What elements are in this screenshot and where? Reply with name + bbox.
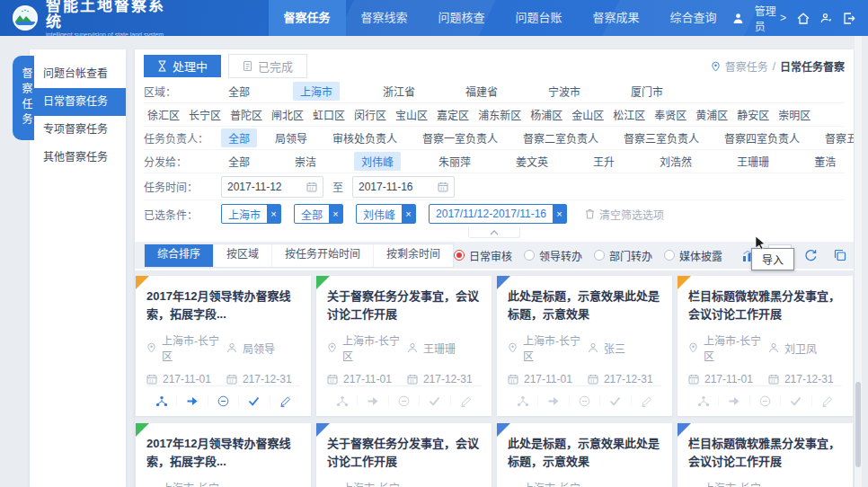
filter-option[interactable]: 督察五室负责人 (818, 128, 854, 147)
filter-option[interactable]: 局领导 (268, 128, 314, 147)
task-card[interactable]: 此处是标题，示意效果此处是标题，示意效果上海市-长宁区张三217-11-0121… (497, 276, 672, 416)
filter-option[interactable]: 全部 (221, 82, 257, 101)
forward-icon[interactable] (357, 396, 387, 406)
task-card[interactable]: 关于督察任务分发事宜，会议讨论工作开展上海市-长宁区王珊珊217-11-0121… (316, 423, 492, 487)
filter-option[interactable]: 普陀区 (226, 105, 266, 124)
radio-option[interactable]: 领导转办 (524, 248, 582, 263)
task-card[interactable]: 关于督察任务分发事宜，会议讨论工作开展上海市-长宁区王珊珊217-11-0121… (316, 276, 492, 416)
filter-option[interactable]: 宝山区 (392, 105, 431, 124)
filter-option[interactable]: 全部 (221, 152, 257, 171)
forward-icon[interactable] (537, 396, 568, 406)
tab-processing[interactable]: 处理中 (144, 55, 221, 77)
calendar-icon[interactable] (306, 182, 317, 192)
filter-option[interactable]: 崇明区 (775, 105, 814, 124)
filter-option[interactable]: 宁波市 (541, 82, 588, 101)
sort-tab[interactable]: 按任务开始时间 (272, 244, 374, 267)
sidebar-vertical-tab[interactable]: 督察任务 (13, 56, 34, 140)
nav-item[interactable]: 督察成果 (578, 0, 655, 36)
filter-option[interactable]: 厦门市 (624, 82, 670, 101)
task-card[interactable]: 2017年12月领导转办督察线索，拓展字段...上海市-长宁区局领导217-11… (136, 276, 311, 416)
filter-option[interactable]: 全部 (221, 128, 257, 147)
radio-option[interactable]: 媒体披露 (664, 248, 722, 263)
filter-option[interactable]: 刘浩然 (652, 152, 699, 171)
tab-done[interactable]: 已完成 (228, 54, 307, 78)
nav-item[interactable]: 督察线索 (346, 0, 423, 36)
filter-option[interactable]: 姜文英 (509, 152, 555, 171)
task-card[interactable]: 2017年12月领导转办督察线索，拓展字段...上海市-长宁区局领导217-11… (136, 423, 311, 487)
distribute-icon[interactable] (327, 395, 357, 407)
profile-icon[interactable] (820, 13, 832, 24)
distribute-icon[interactable] (508, 395, 537, 407)
filter-option[interactable]: 上海市 (293, 82, 340, 101)
user-menu[interactable]: 管理员 > (755, 3, 786, 33)
calendar-icon[interactable] (438, 182, 448, 192)
complete-icon[interactable] (419, 396, 449, 406)
filter-option[interactable]: 刘伟峰 (354, 152, 401, 171)
task-card[interactable]: 此处是标题，示意效果此处是标题，示意效果上海市-长宁区张三217-11-0121… (497, 423, 672, 487)
edit-icon[interactable] (811, 395, 842, 407)
suspend-icon[interactable] (208, 395, 238, 407)
task-card[interactable]: 栏目标题微软雅黑分发事宜，会议讨论工作开展上海市-长宁区刘卫凤217-11-01… (678, 276, 853, 416)
filter-option[interactable]: 崇洁 (288, 152, 323, 171)
edit-icon[interactable] (450, 395, 481, 407)
radio-option[interactable]: 部门转办 (594, 248, 652, 263)
sort-tab[interactable]: 按剩余时间 (374, 244, 453, 267)
scrollbar-thumb[interactable] (855, 382, 861, 467)
filter-option[interactable]: 黄浦区 (692, 105, 731, 124)
complete-icon[interactable] (238, 396, 269, 406)
forward-icon[interactable] (718, 396, 748, 406)
distribute-icon[interactable] (688, 395, 718, 407)
task-card[interactable]: 栏目标题微软雅黑分发事宜，会议讨论工作开展上海市-长宁区刘卫凤217-11-01… (678, 423, 853, 487)
radio-option[interactable]: 日常审核 (454, 248, 512, 263)
filter-option[interactable]: 奉贤区 (651, 105, 690, 124)
export-icon[interactable] (800, 245, 821, 265)
filter-option[interactable]: 静安区 (733, 105, 773, 124)
filter-option[interactable]: 闸北区 (268, 105, 307, 124)
sidebar-item[interactable]: 问题台帐查看 (30, 60, 126, 88)
filter-option[interactable]: 闵行区 (350, 105, 390, 124)
filter-option[interactable]: 朱丽萍 (431, 152, 478, 171)
edit-icon[interactable] (270, 395, 300, 407)
home-icon[interactable] (797, 13, 810, 24)
complete-icon[interactable] (780, 396, 810, 406)
tag-close-icon[interactable]: × (329, 205, 342, 223)
nav-item[interactable]: 督察任务 (269, 0, 346, 36)
sort-tab[interactable]: 按区域 (214, 244, 272, 267)
task-time-from-input[interactable]: 2017-11-12 (221, 176, 323, 198)
nav-item[interactable]: 问题核查 (423, 0, 500, 36)
breadcrumb-root[interactable]: 督察任务 (725, 58, 768, 74)
tag-close-icon[interactable]: × (267, 205, 280, 223)
filter-option[interactable]: 松江区 (609, 105, 649, 124)
tag-close-icon[interactable]: × (402, 205, 415, 223)
task-time-to-input[interactable]: 2017-11-16 (352, 176, 455, 198)
filter-option[interactable]: 督察三室负责人 (616, 128, 706, 147)
filter-option[interactable]: 嘉定区 (433, 105, 473, 124)
filter-option[interactable]: 长宁区 (185, 105, 225, 124)
filter-option[interactable]: 督察二室负责人 (516, 128, 606, 147)
sort-tab[interactable]: 综合排序 (145, 244, 214, 267)
sidebar-item[interactable]: 日常督察任务 (30, 88, 126, 116)
distribute-icon[interactable] (146, 395, 176, 407)
forward-icon[interactable] (176, 396, 207, 406)
filter-option[interactable]: 浦东新区 (474, 105, 525, 124)
sidebar-item[interactable]: 专项督察任务 (30, 116, 126, 144)
filter-option[interactable]: 董浩 (807, 152, 843, 171)
filter-option[interactable]: 浙江省 (376, 82, 422, 101)
filter-option[interactable]: 金山区 (568, 105, 607, 124)
filter-option[interactable]: 福建省 (458, 82, 505, 101)
edit-icon[interactable] (631, 395, 661, 407)
filter-option[interactable]: 督察四室负责人 (717, 128, 807, 147)
clear-filters-button[interactable]: 清空筛选选项 (585, 207, 664, 222)
copy-icon[interactable] (829, 245, 851, 265)
logout-icon[interactable] (843, 13, 855, 24)
filter-option[interactable]: 杨浦区 (527, 105, 566, 124)
filter-option[interactable]: 王升 (586, 152, 622, 171)
suspend-icon[interactable] (388, 395, 419, 407)
nav-item[interactable]: 问题台账 (500, 0, 578, 36)
suspend-icon[interactable] (749, 395, 780, 407)
scrollbar[interactable] (855, 36, 862, 487)
complete-icon[interactable] (599, 396, 630, 406)
nav-item[interactable]: 综合查询 (655, 0, 732, 36)
suspend-icon[interactable] (569, 395, 599, 407)
filter-option[interactable]: 王珊珊 (730, 152, 776, 171)
